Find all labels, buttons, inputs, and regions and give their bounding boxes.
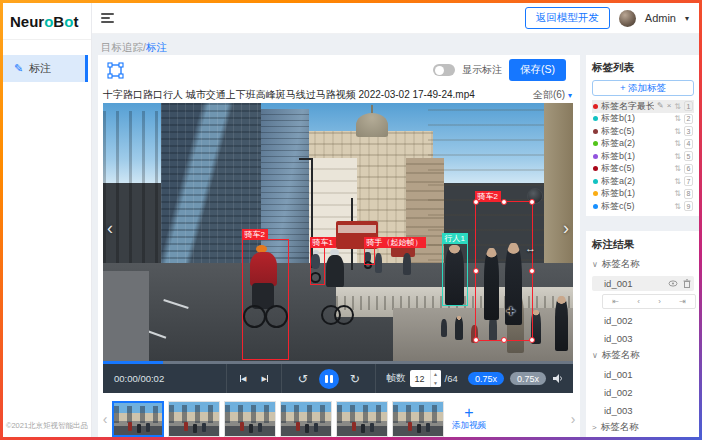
resize-handle[interactable] [501, 337, 507, 343]
result-id-row-selected[interactable]: id_001 [592, 276, 694, 291]
label-list-item[interactable]: 标签b(1) ⇅ 5 [592, 150, 694, 163]
label-list-item[interactable]: 标签a(2) ⇅ 7 [592, 175, 694, 188]
pager-prev-icon[interactable]: ‹ [637, 297, 640, 306]
resize-handle[interactable] [473, 268, 479, 274]
pause-button[interactable] [319, 369, 339, 389]
resize-handle[interactable] [529, 199, 535, 205]
back-to-model-dev-button[interactable]: 返回模型开发 [525, 7, 610, 29]
annotation-results-panel: 标注结果 ∨ 标签名称 id_001 ⇤ ‹ › ⇥ id_002 id_003… [586, 231, 699, 437]
result-id-row[interactable]: id_002 [592, 385, 694, 399]
result-id-row[interactable]: id_001 [592, 367, 694, 381]
delete-icon[interactable]: × [667, 102, 672, 110]
frame-decrement-icon[interactable]: ▼ [431, 379, 441, 388]
label-list-item[interactable]: 标签名字最长数... ✎ × ⇅ 1 [592, 100, 694, 113]
label-list-title: 标签列表 [592, 61, 694, 75]
pager-last-icon[interactable]: ⇥ [679, 297, 686, 306]
volume-icon[interactable] [552, 373, 564, 384]
thumbs-next-icon[interactable]: › [566, 411, 580, 427]
result-group-header-collapsed[interactable]: > 标签名称 [592, 420, 694, 435]
pager-next-icon[interactable]: › [658, 297, 661, 306]
username[interactable]: Admin [645, 12, 676, 24]
frame-count-label: 帧数 [387, 372, 406, 385]
prev-frame-icon[interactable]: ◀ [240, 375, 247, 382]
scene-pedestrian [375, 253, 382, 273]
breadcrumb-parent[interactable]: 目标追踪 [101, 41, 143, 53]
add-video-button[interactable]: + 添加视频 [448, 400, 490, 437]
result-group-header[interactable]: ∨ 标签名称 [592, 348, 694, 363]
result-group-name: 标签名称 [602, 349, 640, 362]
sort-icon[interactable]: ⇅ [674, 127, 681, 136]
bbox-rider-startframe[interactable]: 骑手（起始帧） [364, 247, 375, 265]
label-list-item[interactable]: 标签a(2) ⇅ 4 [592, 138, 694, 151]
result-id-row[interactable]: id_003 [592, 403, 694, 417]
pager-first-icon[interactable]: ⇤ [612, 297, 619, 306]
label-name: 标签c(5) [601, 200, 671, 213]
bbox-rider2-left[interactable]: 骑车2 [242, 239, 289, 360]
show-annotation-toggle[interactable] [433, 64, 455, 76]
bbox-pedestrian1[interactable]: 行人1 [442, 243, 468, 306]
edit-icon[interactable]: ✎ [657, 102, 664, 110]
filter-dropdown[interactable]: 全部(6) ▾ [533, 88, 572, 102]
frame-number-input[interactable]: 12 ▲▼ [410, 370, 441, 387]
thumbnail-2[interactable] [168, 401, 220, 437]
bbox-rider2-selected[interactable]: 骑车2 ✚ ↔ [475, 201, 533, 341]
resize-handle[interactable] [529, 337, 535, 343]
sort-icon[interactable]: ⇅ [674, 152, 681, 161]
sort-icon[interactable]: ⇅ [674, 177, 681, 186]
result-id-row[interactable]: id_003 [592, 331, 694, 345]
chevron-down-icon: ▾ [568, 91, 572, 100]
scene-sidewalk [103, 271, 149, 361]
bbox-tool-icon[interactable] [107, 62, 124, 79]
result-id-row[interactable]: id_002 [592, 313, 694, 327]
frame-pager: ⇤ ‹ › ⇥ [602, 294, 696, 309]
avatar[interactable] [619, 10, 636, 27]
add-label-button[interactable]: + 添加标签 [592, 80, 694, 96]
rewind-icon[interactable]: ↺ [298, 372, 308, 386]
add-video-label: 添加视频 [452, 420, 486, 432]
speed-pill[interactable]: 0.75x [510, 372, 546, 385]
video-next-arrow[interactable]: › [563, 219, 569, 237]
sidebar-item-annotate[interactable]: ✎ 标注 [3, 55, 88, 82]
label-list-item[interactable]: 标签c(5) ⇅ 9 [592, 200, 694, 213]
resize-handle[interactable] [501, 199, 507, 205]
label-list-item[interactable]: 标签c(5) ⇅ 3 [592, 125, 694, 138]
sort-icon[interactable]: ⇅ [674, 102, 681, 111]
result-group-header[interactable]: ∨ 标签名称 [592, 257, 694, 272]
forward-icon[interactable]: ↻ [350, 372, 360, 386]
sort-icon[interactable]: ⇅ [674, 139, 681, 148]
thumbnail-1[interactable] [112, 401, 164, 437]
speed-pill-active[interactable]: 0.75x [468, 372, 504, 385]
label-color-dot [593, 116, 598, 121]
resize-handle[interactable] [529, 268, 535, 274]
bbox-rider1[interactable]: 骑车1 [310, 247, 325, 285]
thumbnail-5[interactable] [336, 401, 388, 437]
eye-icon[interactable] [668, 279, 678, 288]
result-group-name: 标签名称 [602, 258, 640, 271]
sort-icon[interactable]: ⇅ [674, 202, 681, 211]
sort-icon[interactable]: ⇅ [674, 164, 681, 173]
resize-handle[interactable] [473, 337, 479, 343]
thumbs-prev-icon[interactable]: ‹ [98, 411, 112, 427]
video-canvas[interactable]: 骑车2 骑车1 骑手（起始帧） 行人1 骑车2 ✚ [103, 103, 573, 361]
toolbar: 显示标注 保存(S) [98, 55, 580, 85]
label-list-item[interactable]: 标签b(1) ⇅ 2 [592, 113, 694, 126]
result-group-name: 标签名称 [601, 421, 639, 434]
thumbnail-4[interactable] [280, 401, 332, 437]
next-frame-icon[interactable]: ▶ [261, 375, 268, 382]
result-id: id_003 [604, 405, 633, 416]
label-list-item[interactable]: 标签c(5) ⇅ 6 [592, 163, 694, 176]
chevron-down-icon[interactable]: ▾ [685, 14, 689, 23]
app-logo: NeuroBot [3, 3, 91, 40]
resize-handle[interactable] [473, 199, 479, 205]
sort-icon[interactable]: ⇅ [674, 189, 681, 198]
save-button[interactable]: 保存(S) [509, 59, 566, 81]
video-prev-arrow[interactable]: ‹ [107, 219, 113, 237]
sort-icon[interactable]: ⇅ [674, 114, 681, 123]
thumbnail-3[interactable] [224, 401, 276, 437]
trash-icon[interactable] [683, 279, 691, 288]
label-list-item[interactable]: 标签b(1) ⇅ 8 [592, 188, 694, 201]
menu-fold-icon[interactable] [101, 13, 114, 23]
label-name: 标签c(5) [601, 125, 671, 138]
thumbnail-6[interactable] [392, 401, 444, 437]
frame-increment-icon[interactable]: ▲ [431, 370, 441, 379]
